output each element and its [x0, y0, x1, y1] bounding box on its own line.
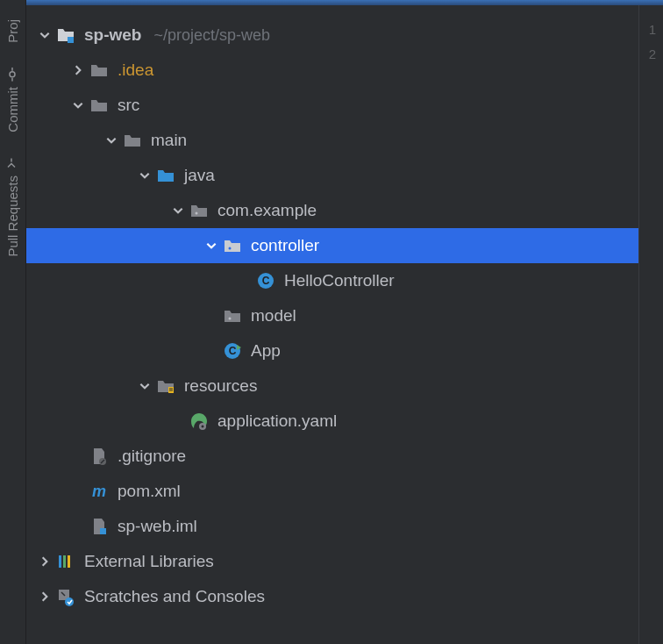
tree-node-app-yaml[interactable]: application.yaml	[26, 404, 638, 439]
tree-label: pom.xml	[118, 482, 181, 501]
package-icon	[189, 201, 209, 220]
svg-rect-22	[68, 555, 70, 568]
chevron-right-icon[interactable]	[39, 555, 51, 568]
tree-label: HelloController	[284, 271, 395, 290]
libraries-icon	[56, 552, 75, 571]
svg-text:m: m	[92, 483, 106, 500]
source-folder-icon	[156, 166, 175, 185]
chevron-down-icon[interactable]	[172, 204, 184, 217]
chevron-right-icon[interactable]	[39, 590, 51, 603]
module-file-icon	[89, 517, 109, 536]
tree-label: sp-web.iml	[118, 517, 197, 536]
editor-gutter: 1 2	[638, 5, 663, 644]
tree-label: External Libraries	[84, 552, 214, 571]
tree-label: java	[184, 166, 215, 185]
rail-project[interactable]: Proj	[5, 19, 20, 43]
folder-icon	[123, 131, 142, 150]
pull-request-icon	[6, 156, 20, 170]
tree-label: App	[251, 341, 281, 361]
package-icon	[223, 236, 242, 255]
spring-config-icon	[189, 411, 209, 431]
svg-rect-19	[100, 528, 106, 534]
tree-path-hint: ~/project/sp-web	[153, 26, 270, 45]
tree-node-iml[interactable]: sp-web.iml	[26, 509, 638, 544]
tree-node-app[interactable]: C App	[26, 333, 638, 369]
tree-label: main	[151, 131, 187, 150]
chevron-down-icon[interactable]	[139, 380, 151, 392]
tree-node-external-libs[interactable]: External Libraries	[26, 544, 638, 579]
line-number: 1	[639, 18, 656, 42]
folder-icon	[89, 96, 109, 115]
tree-node-java[interactable]: java	[26, 158, 638, 193]
tree-label: .idea	[118, 61, 153, 80]
svg-point-15	[202, 426, 204, 428]
commit-icon	[6, 68, 20, 82]
runnable-class-icon: C	[223, 341, 242, 361]
tree-node-pom[interactable]: m pom.xml	[26, 474, 638, 509]
tree-label: Scratches and Consoles	[84, 587, 265, 606]
tree-label: resources	[184, 376, 257, 396]
svg-point-5	[229, 247, 232, 250]
tree-node-package[interactable]: com.example	[26, 193, 638, 228]
chevron-down-icon[interactable]	[205, 240, 217, 252]
rail-commit[interactable]: Commit	[5, 68, 20, 132]
svg-text:C: C	[262, 275, 270, 287]
svg-rect-21	[63, 555, 66, 568]
tree-label: .gitignore	[118, 447, 186, 466]
svg-rect-20	[59, 555, 61, 568]
tree-node-src[interactable]: src	[26, 88, 638, 123]
svg-point-4	[196, 212, 198, 215]
tree-node-root[interactable]: sp-web ~/project/sp-web	[26, 18, 638, 53]
left-tool-rail: Proj Commit Pull Requests	[0, 0, 26, 644]
svg-text:C: C	[229, 345, 237, 357]
project-tree[interactable]: sp-web ~/project/sp-web .idea src main	[26, 5, 638, 644]
rail-pull-requests[interactable]: Pull Requests	[5, 156, 20, 257]
tree-label: src	[118, 96, 139, 115]
tree-node-model[interactable]: model	[26, 298, 638, 333]
chevron-right-icon[interactable]	[72, 64, 84, 76]
resources-folder-icon	[156, 376, 175, 396]
chevron-down-icon[interactable]	[72, 99, 84, 111]
maven-icon: m	[89, 482, 109, 501]
svg-point-0	[11, 72, 16, 77]
svg-rect-3	[68, 37, 74, 43]
scratch-icon	[56, 587, 75, 606]
line-number: 2	[639, 42, 656, 67]
tree-node-scratches[interactable]: Scratches and Consoles	[26, 579, 638, 614]
class-icon: C	[256, 271, 275, 290]
tree-node-hello-controller[interactable]: C HelloController	[26, 263, 638, 298]
tree-node-gitignore[interactable]: .gitignore	[26, 439, 638, 474]
svg-point-8	[229, 318, 232, 320]
package-icon	[223, 306, 242, 326]
chevron-down-icon[interactable]	[39, 29, 51, 41]
tree-node-main[interactable]: main	[26, 123, 638, 158]
chevron-down-icon[interactable]	[139, 169, 151, 182]
tree-node-resources[interactable]: resources	[26, 369, 638, 404]
module-folder-icon	[56, 25, 75, 45]
tree-label: sp-web	[84, 25, 141, 45]
file-icon	[89, 447, 109, 466]
svg-point-24	[65, 597, 74, 606]
tree-node-idea[interactable]: .idea	[26, 53, 638, 88]
tree-label: com.example	[217, 201, 317, 220]
folder-icon	[89, 61, 109, 80]
chevron-down-icon[interactable]	[105, 134, 118, 147]
tree-label: model	[251, 306, 296, 326]
tree-label: controller	[251, 236, 319, 255]
tree-label: application.yaml	[217, 411, 337, 431]
tree-node-controller[interactable]: controller	[26, 228, 638, 263]
